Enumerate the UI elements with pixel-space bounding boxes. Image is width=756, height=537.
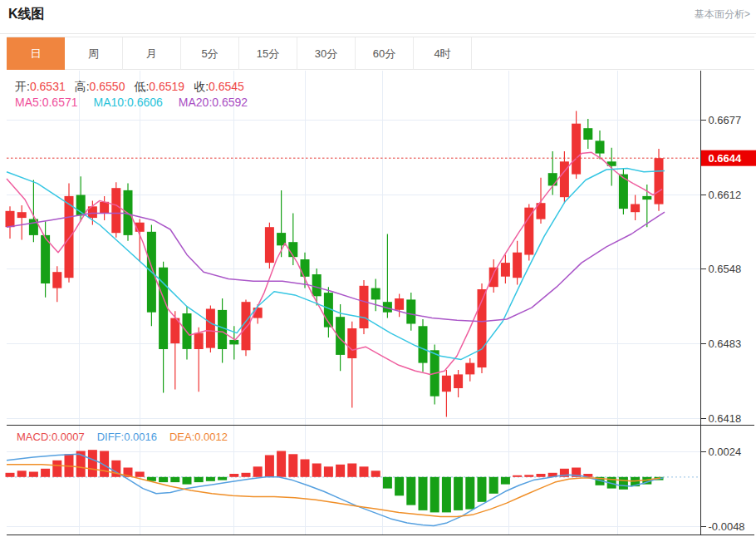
macd-bar [513,475,522,477]
macd-bar [170,477,179,482]
candle-body [642,196,651,200]
macd-bar [347,464,356,477]
macd-bar [489,477,498,494]
macd-bar [619,477,628,490]
macd-bar [183,477,192,485]
macd-bar [336,465,345,477]
candle-body [419,326,428,362]
price-tick-label: 0.6418 [709,412,742,425]
macd-bar [430,477,439,513]
candle-body [17,212,27,218]
candle-body [655,158,664,204]
macd-bar [52,461,61,477]
macd-bar [253,466,263,477]
macd-bar [41,469,50,477]
macd-bar [395,477,404,496]
candle-body [229,340,238,345]
candle-body [360,286,369,328]
diff-line [7,454,663,525]
candle-body [194,333,204,349]
tab-period-5min[interactable]: 5分 [181,37,239,70]
candle-body [465,363,474,375]
candle-body [301,259,310,277]
tab-period-month[interactable]: 月 [123,37,181,70]
macd-bar [383,477,392,489]
tab-period-60min[interactable]: 60分 [356,37,414,70]
tab-period-30min[interactable]: 30分 [297,37,356,70]
macd-bar [265,456,274,477]
price-tick-label: 0.6548 [709,263,742,275]
macd-bar [406,477,415,505]
candle-body [489,268,498,288]
candle-body [454,374,463,388]
macd-bar [17,470,27,477]
fundamental-analysis-link[interactable]: 基本面分析> [695,7,750,22]
candle-body [265,227,274,263]
candle-body [442,376,451,392]
macd-tick-label: -0.0048 [709,520,745,533]
kline-chart[interactable]: 0.66770.66120.65480.64830.64180.0024-0.0… [0,71,756,537]
current-price-tag-label: 0.6644 [709,152,743,165]
macd-bar [6,473,15,477]
candle-body [513,253,522,278]
tab-period-day[interactable]: 日 [7,37,65,70]
period-tabbar: 日周月5分15分30分60分4时 [7,37,754,70]
macd-bar [288,454,297,477]
macd-bar [524,475,533,477]
macd-bar [301,460,310,477]
macd-bar [206,477,215,481]
macd-bar [537,474,546,477]
candle-body [6,211,15,227]
candle-body [100,202,109,214]
candle-body [371,288,380,300]
macd-bar [242,473,251,477]
candle-body [572,124,581,175]
macd-bar [465,477,474,510]
candle-body [524,208,533,255]
macd-bar [88,450,97,477]
candle-body [347,328,356,358]
macd-bar [478,477,487,502]
tab-period-4hour[interactable]: 4时 [414,37,472,70]
candle-body [406,299,415,323]
candle-body [288,242,297,257]
candle-body [501,263,510,277]
kline-page: K线图 基本面分析> 日周月5分15分30分60分4时 0.66770.6612… [0,0,756,537]
macd-bar [419,477,428,510]
candle-body [111,188,120,233]
macd-tick-label: 0.0024 [709,446,742,458]
candle-body [218,310,227,349]
price-tick-label: 0.6612 [709,189,742,201]
macd-bar [312,464,322,477]
macd-bar [371,470,380,477]
ma20-line [7,212,665,322]
candle-body [583,128,592,140]
candle-body [395,298,404,310]
macd-bar [135,472,145,477]
macd-bar [194,477,204,482]
price-tick-label: 0.6483 [709,337,742,350]
macd-bar [454,477,463,510]
candle-body [65,196,74,278]
tab-period-week[interactable]: 周 [65,37,123,70]
macd-bar [360,466,369,477]
macd-bar [277,451,286,477]
page-title: K线图 [8,6,45,23]
macd-bar [442,477,451,513]
price-tick-label: 0.6677 [709,114,742,126]
macd-bar [159,477,168,482]
candles-layer[interactable] [6,111,664,416]
candle-body [312,274,322,296]
candle-body [206,309,215,348]
candle-body [596,140,605,153]
candle-body [631,204,640,213]
candle-body [52,272,61,288]
candle-body [548,173,557,185]
tab-period-15min[interactable]: 15分 [239,37,297,70]
macd-bar [501,477,510,485]
macd-bar [29,472,38,477]
macd-bar [218,477,227,480]
page-header: K线图 基本面分析> [0,0,756,34]
macd-bar [324,466,333,477]
macd-bar [229,474,238,477]
